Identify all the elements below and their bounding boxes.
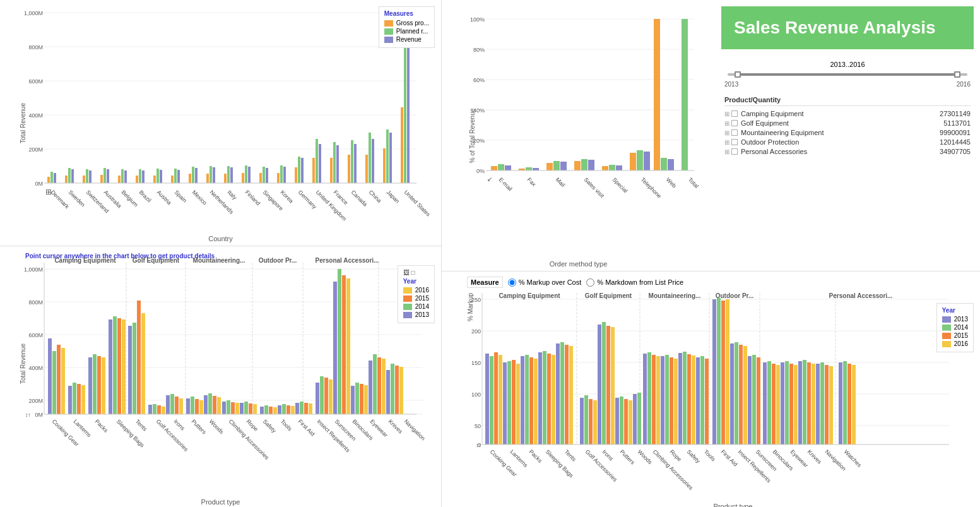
svg-rect-181 bbox=[333, 282, 337, 414]
svg-rect-311 bbox=[602, 322, 606, 444]
svg-text:Irons: Irons bbox=[601, 448, 615, 462]
svg-text:Telephone: Telephone bbox=[640, 176, 663, 199]
measures-legend-title: Measures bbox=[384, 10, 429, 17]
svg-rect-190 bbox=[373, 354, 377, 414]
svg-rect-294 bbox=[521, 356, 524, 444]
svg-text:0M: 0M bbox=[35, 412, 43, 418]
product-chart-svg[interactable]: 1,000M 800M 600M 400M 200M 0M Camping Eq… bbox=[25, 263, 429, 458]
legend-2014: 2014 bbox=[403, 303, 429, 310]
svg-rect-132 bbox=[102, 357, 105, 414]
svg-text:Knives: Knives bbox=[387, 418, 404, 435]
svg-text:Mountaineering...: Mountaineering... bbox=[649, 292, 701, 299]
svg-rect-239 bbox=[560, 162, 567, 170]
svg-rect-320 bbox=[643, 354, 647, 444]
svg-text:100: 100 bbox=[471, 391, 481, 398]
svg-rect-309 bbox=[593, 400, 597, 444]
svg-text:Fax: Fax bbox=[526, 176, 538, 188]
svg-text:0M: 0M bbox=[35, 181, 43, 187]
svg-rect-319 bbox=[637, 393, 641, 444]
svg-text:Canada: Canada bbox=[350, 189, 369, 207]
svg-text:Camping Equipment: Camping Equipment bbox=[54, 257, 116, 264]
svg-rect-50 bbox=[266, 168, 268, 183]
svg-rect-313 bbox=[611, 327, 615, 444]
svg-rect-290 bbox=[503, 362, 507, 444]
svg-rect-43 bbox=[227, 166, 230, 183]
legend-2016: 2016 bbox=[403, 287, 429, 294]
svg-rect-172 bbox=[291, 406, 295, 414]
svg-rect-169 bbox=[278, 405, 281, 414]
svg-rect-167 bbox=[269, 407, 273, 414]
svg-rect-336 bbox=[717, 298, 721, 444]
x-axis-order-method: Order method type bbox=[550, 260, 608, 268]
svg-rect-134 bbox=[113, 316, 117, 414]
markup-chart-svg[interactable]: 250 200 150 100 50 0 Camping Equipment G bbox=[476, 293, 955, 501]
measure-radio-markdown-input[interactable] bbox=[586, 278, 594, 287]
svg-text:First Aid: First Aid bbox=[720, 448, 739, 467]
svg-rect-315 bbox=[620, 397, 623, 444]
svg-rect-196 bbox=[399, 367, 403, 414]
svg-rect-176 bbox=[309, 403, 312, 414]
svg-rect-306 bbox=[580, 398, 584, 444]
svg-rect-252 bbox=[682, 19, 688, 170]
order-method-chart: % of Total Revenue 100% 80% 60% 40% 20% … bbox=[442, 0, 715, 271]
svg-rect-188 bbox=[364, 385, 368, 414]
measure-radio-markup[interactable]: % Markup over Cost bbox=[508, 278, 582, 287]
svg-rect-65 bbox=[354, 144, 357, 183]
svg-rect-302 bbox=[556, 343, 560, 444]
svg-rect-46 bbox=[245, 165, 247, 183]
legend-label-2013: 2013 bbox=[415, 311, 429, 318]
svg-rect-130 bbox=[93, 354, 97, 414]
svg-rect-162 bbox=[244, 402, 248, 414]
year-legend-title: Year bbox=[403, 278, 429, 285]
svg-rect-166 bbox=[264, 405, 268, 414]
svg-rect-149 bbox=[186, 398, 190, 414]
svg-rect-195 bbox=[395, 366, 399, 414]
svg-rect-147 bbox=[175, 397, 179, 414]
svg-rect-243 bbox=[602, 166, 608, 170]
legend-label-2016: 2016 bbox=[415, 287, 429, 294]
svg-text:United Kingdom: United Kingdom bbox=[315, 189, 348, 222]
svg-rect-52 bbox=[280, 165, 283, 183]
svg-text:Lanterns: Lanterns bbox=[509, 448, 529, 468]
measure-radio-markup-input[interactable] bbox=[508, 278, 516, 287]
country-chart-svg[interactable]: 1,000M 800M 600M 400M 200M 0M bbox=[25, 6, 423, 215]
svg-rect-187 bbox=[360, 384, 363, 414]
svg-rect-54 bbox=[295, 167, 297, 183]
svg-rect-363 bbox=[843, 361, 847, 444]
svg-text:Putters: Putters bbox=[619, 448, 637, 466]
svg-text:Woods: Woods bbox=[208, 418, 225, 435]
svg-text:France: France bbox=[333, 189, 350, 206]
svg-rect-343 bbox=[748, 356, 752, 444]
svg-text:Insect Repellents: Insect Repellents bbox=[316, 418, 351, 453]
svg-rect-26 bbox=[124, 170, 127, 183]
svg-rect-163 bbox=[249, 403, 252, 414]
measure-markdown-text: % Markdown from List Price bbox=[597, 278, 683, 286]
svg-rect-142 bbox=[153, 404, 156, 414]
svg-text:China: China bbox=[368, 189, 383, 204]
svg-rect-232 bbox=[498, 164, 504, 170]
svg-rect-156 bbox=[217, 397, 221, 414]
svg-rect-245 bbox=[616, 165, 622, 170]
svg-rect-288 bbox=[494, 352, 498, 444]
order-method-svg[interactable]: 100% 80% 60% 40% 20% 0% bbox=[467, 6, 707, 253]
svg-rect-126 bbox=[73, 383, 76, 414]
x-axis-country: Country bbox=[208, 235, 233, 242]
svg-rect-146 bbox=[170, 394, 174, 414]
svg-rect-292 bbox=[512, 360, 516, 444]
top-right-section: % of Total Revenue 100% 80% 60% 40% 20% … bbox=[442, 0, 980, 271]
svg-text:Italy: Italy bbox=[227, 189, 239, 201]
svg-text:↙: ↙ bbox=[487, 176, 492, 182]
svg-text:Mail: Mail bbox=[555, 176, 567, 188]
svg-text:↕↑: ↕↑ bbox=[25, 412, 31, 418]
markup-chart-wrapper: % Markup 250 200 150 100 50 0 bbox=[467, 293, 974, 501]
svg-rect-316 bbox=[624, 399, 628, 444]
svg-rect-358 bbox=[816, 364, 820, 444]
measure-radio-markdown[interactable]: % Markdown from List Price bbox=[586, 278, 683, 287]
svg-text:0%: 0% bbox=[476, 168, 485, 174]
svg-rect-332 bbox=[696, 357, 700, 444]
svg-rect-129 bbox=[88, 357, 92, 414]
svg-rect-157 bbox=[222, 402, 226, 414]
year-slider-container[interactable]: 2013..2016 2013 2016 bbox=[721, 56, 974, 93]
svg-text:Tools: Tools bbox=[280, 418, 293, 432]
svg-rect-45 bbox=[242, 173, 244, 183]
